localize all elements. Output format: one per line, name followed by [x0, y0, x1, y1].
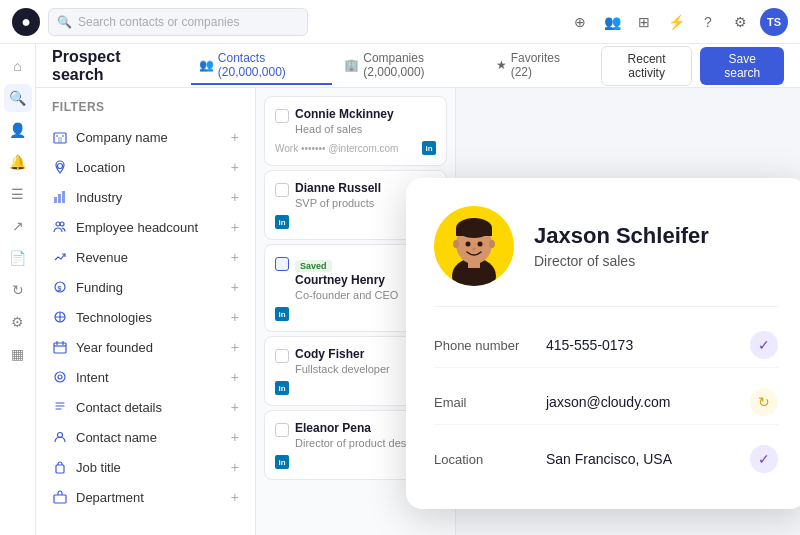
email-refresh-button[interactable]: ↻: [750, 388, 778, 416]
settings-icon[interactable]: ⚙: [728, 10, 752, 34]
phone-check-button[interactable]: ✓: [750, 331, 778, 359]
linkedin-icon-3[interactable]: in: [275, 381, 289, 395]
team-icon[interactable]: 👥: [600, 10, 624, 34]
recent-activity-button[interactable]: Recent activity: [601, 46, 693, 86]
filter-year-founded-add[interactable]: +: [231, 339, 239, 355]
filter-job-title[interactable]: Job title +: [36, 452, 255, 482]
result-checkbox-2[interactable]: [275, 257, 289, 271]
email-value: jaxson@cloudy.com: [546, 394, 738, 410]
filters-panel: Filters Company name +: [36, 88, 256, 535]
grid-icon[interactable]: ⊞: [632, 10, 656, 34]
filter-company-name-add[interactable]: +: [231, 129, 239, 145]
result-title-3: Fullstack developer: [295, 363, 390, 375]
filter-contact-name[interactable]: Contact name +: [36, 422, 255, 452]
filter-funding-add[interactable]: +: [231, 279, 239, 295]
linkedin-icon-0[interactable]: in: [422, 141, 436, 155]
filter-location[interactable]: Location +: [36, 152, 255, 182]
filter-intent[interactable]: Intent +: [36, 362, 255, 392]
sidebar-search-icon[interactable]: 🔍: [4, 84, 32, 112]
sidebar-sync-icon[interactable]: ↻: [4, 276, 32, 304]
result-title-4: Director of product design: [295, 437, 421, 449]
filter-headcount-label: Employee headcount: [76, 220, 198, 235]
filter-company-name[interactable]: Company name +: [36, 122, 255, 152]
location-check-button[interactable]: ✓: [750, 445, 778, 473]
intent-icon: [52, 369, 68, 385]
headcount-icon: [52, 219, 68, 235]
save-search-button[interactable]: Save search: [700, 47, 784, 85]
page-title: Prospect search: [52, 48, 167, 84]
lightning-icon[interactable]: ⚡: [664, 10, 688, 34]
filter-year-founded[interactable]: Year founded +: [36, 332, 255, 362]
result-name-3: Cody Fisher: [295, 347, 390, 361]
nav-icons: ⊕ 👥 ⊞ ⚡ ? ⚙ TS: [568, 8, 788, 36]
filter-contact-details[interactable]: Contact details +: [36, 392, 255, 422]
linkedin-icon-2[interactable]: in: [275, 307, 289, 321]
filter-department-add[interactable]: +: [231, 489, 239, 505]
filter-intent-add[interactable]: +: [231, 369, 239, 385]
global-search[interactable]: 🔍 Search contacts or companies: [48, 8, 308, 36]
detail-field-email: Email jaxson@cloudy.com ↻: [434, 380, 778, 425]
sidebar-settings-icon[interactable]: ⚙: [4, 308, 32, 336]
svg-rect-27: [456, 228, 492, 236]
filter-department[interactable]: Department +: [36, 482, 255, 512]
header-actions: Recent activity Save search: [601, 46, 784, 86]
svg-point-30: [453, 240, 459, 248]
filter-technologies[interactable]: Technologies +: [36, 302, 255, 332]
result-checkbox-0[interactable]: [275, 109, 289, 123]
tab-companies[interactable]: 🏢 Companies (2,000,000): [336, 47, 483, 85]
linkedin-icon-1[interactable]: in: [275, 215, 289, 229]
phone-label: Phone number: [434, 338, 534, 353]
filter-job-title-add[interactable]: +: [231, 459, 239, 475]
result-card-0[interactable]: Connie Mckinney Head of sales Work •••••…: [264, 96, 447, 166]
favorites-icon: ★: [496, 58, 507, 72]
sidebar-bar-chart-icon[interactable]: ▦: [4, 340, 32, 368]
filter-funding-label: Funding: [76, 280, 123, 295]
sidebar-chart-icon[interactable]: ↗: [4, 212, 32, 240]
help-icon[interactable]: ?: [696, 10, 720, 34]
sidebar-docs-icon[interactable]: 📄: [4, 244, 32, 272]
funding-icon: $: [52, 279, 68, 295]
sidebar-contacts-icon[interactable]: 👤: [4, 116, 32, 144]
linkedin-icon-4[interactable]: in: [275, 455, 289, 469]
search-placeholder: Search contacts or companies: [78, 15, 239, 29]
detail-person-role: Director of sales: [534, 253, 709, 269]
result-name-0: Connie Mckinney: [295, 107, 394, 121]
result-checkbox-1[interactable]: [275, 183, 289, 197]
filter-revenue[interactable]: Revenue +: [36, 242, 255, 272]
result-title-2: Co-founder and CEO: [295, 289, 398, 301]
email-label: Email: [434, 395, 534, 410]
svg-rect-21: [54, 495, 66, 503]
tab-contacts[interactable]: 👥 Contacts (20,000,000): [191, 47, 332, 85]
filter-industry[interactable]: Industry +: [36, 182, 255, 212]
filter-location-add[interactable]: +: [231, 159, 239, 175]
result-checkbox-3[interactable]: [275, 349, 289, 363]
filter-funding[interactable]: $ Funding +: [36, 272, 255, 302]
svg-text:$: $: [58, 285, 62, 293]
sidebar-home-icon[interactable]: ⌂: [4, 52, 32, 80]
filter-technologies-add[interactable]: +: [231, 309, 239, 325]
filter-company-name-label: Company name: [76, 130, 168, 145]
svg-rect-6: [58, 194, 61, 203]
saved-badge-2: Saved: [295, 260, 332, 272]
svg-point-9: [60, 222, 64, 226]
filter-headcount-add[interactable]: +: [231, 219, 239, 235]
filter-revenue-add[interactable]: +: [231, 249, 239, 265]
filter-contact-details-label: Contact details: [76, 400, 162, 415]
sidebar-list-icon[interactable]: ☰: [4, 180, 32, 208]
revenue-icon: [52, 249, 68, 265]
filter-contact-details-add[interactable]: +: [231, 399, 239, 415]
filter-contact-name-add[interactable]: +: [231, 429, 239, 445]
filter-headcount[interactable]: Employee headcount +: [36, 212, 255, 242]
user-avatar[interactable]: TS: [760, 8, 788, 36]
add-contact-icon[interactable]: ⊕: [568, 10, 592, 34]
tab-favorites[interactable]: ★ Favorites (22): [488, 47, 585, 85]
sidebar-activity-icon[interactable]: 🔔: [4, 148, 32, 176]
result-checkbox-4[interactable]: [275, 423, 289, 437]
tab-contacts-label: Contacts (20,000,000): [218, 51, 324, 79]
detail-name-section: Jaxson Schleifer Director of sales: [534, 223, 709, 269]
content-area: Prospect search 👥 Contacts (20,000,000) …: [36, 44, 800, 535]
filter-industry-add[interactable]: +: [231, 189, 239, 205]
detail-fields: Phone number 415-555-0173 ✓ Email jaxson…: [434, 323, 778, 481]
svg-rect-1: [58, 137, 62, 143]
detail-avatar: [434, 206, 514, 286]
